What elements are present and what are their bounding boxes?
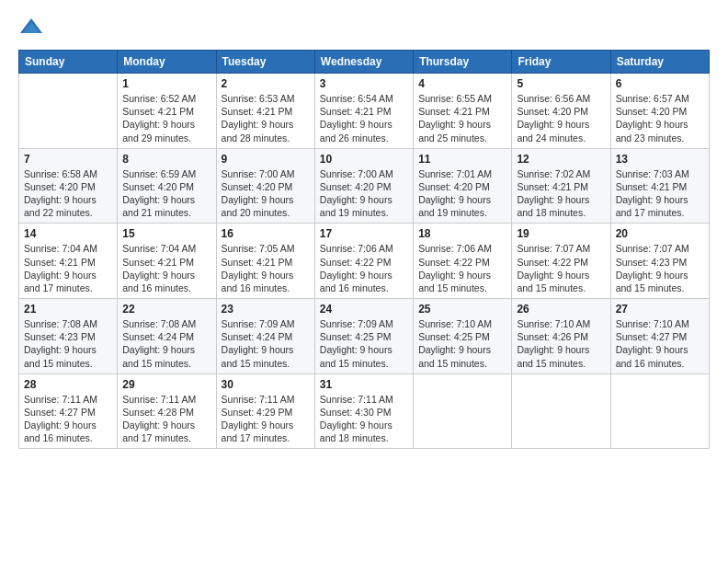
day-info: Sunrise: 7:07 AMSunset: 4:22 PMDaylight:… (517, 242, 605, 294)
calendar-cell: 8Sunrise: 6:59 AMSunset: 4:20 PMDaylight… (118, 148, 216, 224)
day-number: 1 (122, 77, 210, 90)
day-number: 17 (320, 227, 408, 240)
day-info: Sunrise: 7:09 AMSunset: 4:24 PMDaylight:… (222, 317, 310, 370)
day-info: Sunrise: 7:07 AMSunset: 4:23 PMDaylight:… (616, 242, 704, 294)
calendar-cell (610, 373, 709, 449)
weekday-header-wednesday: Wednesday (314, 51, 413, 74)
day-number: 13 (616, 153, 704, 166)
day-number: 31 (320, 378, 408, 391)
day-number: 20 (616, 227, 704, 240)
calendar-cell: 28Sunrise: 7:11 AMSunset: 4:27 PMDayligh… (19, 373, 118, 449)
day-number: 4 (418, 77, 506, 90)
calendar-cell: 25Sunrise: 7:10 AMSunset: 4:25 PMDayligh… (414, 299, 512, 374)
calendar-cell (512, 373, 610, 449)
header (18, 15, 710, 40)
day-number: 5 (517, 77, 605, 90)
day-info: Sunrise: 7:11 AMSunset: 4:29 PMDaylight:… (222, 393, 310, 445)
day-info: Sunrise: 7:06 AMSunset: 4:22 PMDaylight:… (418, 242, 506, 294)
logo-icon (18, 15, 44, 40)
weekday-header-monday: Monday (118, 51, 216, 74)
day-info: Sunrise: 6:58 AMSunset: 4:20 PMDaylight:… (24, 167, 112, 220)
calendar-cell: 1Sunrise: 6:52 AMSunset: 4:21 PMDaylight… (118, 74, 216, 149)
day-info: Sunrise: 7:11 AMSunset: 4:30 PMDaylight:… (320, 393, 408, 445)
day-number: 26 (517, 303, 605, 316)
week-row-5: 28Sunrise: 7:11 AMSunset: 4:27 PMDayligh… (19, 373, 710, 449)
day-info: Sunrise: 7:05 AMSunset: 4:21 PMDaylight:… (222, 242, 310, 294)
calendar-cell: 11Sunrise: 7:01 AMSunset: 4:20 PMDayligh… (414, 148, 512, 224)
weekday-header-saturday: Saturday (610, 51, 709, 74)
calendar-cell: 10Sunrise: 7:00 AMSunset: 4:20 PMDayligh… (314, 148, 413, 224)
calendar-cell: 7Sunrise: 6:58 AMSunset: 4:20 PMDaylight… (19, 148, 118, 224)
day-info: Sunrise: 6:55 AMSunset: 4:21 PMDaylight:… (418, 92, 506, 144)
day-number: 8 (122, 153, 210, 166)
day-number: 24 (320, 303, 408, 316)
day-info: Sunrise: 6:53 AMSunset: 4:21 PMDaylight:… (222, 92, 310, 144)
weekday-header-friday: Friday (512, 51, 610, 74)
day-info: Sunrise: 7:00 AMSunset: 4:20 PMDaylight:… (320, 167, 408, 220)
calendar-cell (414, 373, 512, 449)
calendar-cell: 19Sunrise: 7:07 AMSunset: 4:22 PMDayligh… (512, 224, 610, 299)
day-info: Sunrise: 6:59 AMSunset: 4:20 PMDaylight:… (122, 167, 210, 220)
day-number: 21 (24, 303, 112, 316)
day-number: 23 (222, 303, 310, 316)
calendar-cell: 21Sunrise: 7:08 AMSunset: 4:23 PMDayligh… (19, 299, 118, 374)
day-number: 27 (616, 303, 704, 316)
day-number: 12 (517, 153, 605, 166)
day-number: 19 (517, 227, 605, 240)
page: SundayMondayTuesdayWednesdayThursdayFrid… (0, 0, 728, 563)
day-number: 2 (222, 77, 310, 90)
calendar-cell: 30Sunrise: 7:11 AMSunset: 4:29 PMDayligh… (216, 373, 314, 449)
week-row-3: 14Sunrise: 7:04 AMSunset: 4:21 PMDayligh… (19, 224, 710, 299)
calendar-cell: 26Sunrise: 7:10 AMSunset: 4:26 PMDayligh… (512, 299, 610, 374)
day-number: 30 (222, 378, 310, 391)
day-number: 6 (616, 77, 704, 90)
calendar-cell: 6Sunrise: 6:57 AMSunset: 4:20 PMDaylight… (610, 74, 709, 149)
day-info: Sunrise: 7:10 AMSunset: 4:27 PMDaylight:… (616, 317, 704, 370)
day-number: 16 (222, 227, 310, 240)
day-info: Sunrise: 7:10 AMSunset: 4:26 PMDaylight:… (517, 317, 605, 370)
calendar-cell: 4Sunrise: 6:55 AMSunset: 4:21 PMDaylight… (414, 74, 512, 149)
day-info: Sunrise: 7:08 AMSunset: 4:24 PMDaylight:… (122, 317, 210, 370)
day-number: 11 (418, 153, 506, 166)
calendar-cell: 31Sunrise: 7:11 AMSunset: 4:30 PMDayligh… (314, 373, 413, 449)
calendar-cell: 22Sunrise: 7:08 AMSunset: 4:24 PMDayligh… (118, 299, 216, 374)
day-info: Sunrise: 7:04 AMSunset: 4:21 PMDaylight:… (24, 242, 112, 294)
day-info: Sunrise: 6:54 AMSunset: 4:21 PMDaylight:… (320, 92, 408, 144)
day-number: 25 (418, 303, 506, 316)
day-info: Sunrise: 7:00 AMSunset: 4:20 PMDaylight:… (222, 167, 310, 220)
calendar-cell: 13Sunrise: 7:03 AMSunset: 4:21 PMDayligh… (610, 148, 709, 224)
day-info: Sunrise: 6:56 AMSunset: 4:20 PMDaylight:… (517, 92, 605, 144)
calendar-cell: 29Sunrise: 7:11 AMSunset: 4:28 PMDayligh… (118, 373, 216, 449)
day-info: Sunrise: 7:10 AMSunset: 4:25 PMDaylight:… (418, 317, 506, 370)
day-info: Sunrise: 7:11 AMSunset: 4:27 PMDaylight:… (24, 393, 112, 445)
week-row-1: 1Sunrise: 6:52 AMSunset: 4:21 PMDaylight… (19, 74, 710, 149)
week-row-4: 21Sunrise: 7:08 AMSunset: 4:23 PMDayligh… (19, 299, 710, 374)
calendar-cell: 2Sunrise: 6:53 AMSunset: 4:21 PMDaylight… (216, 74, 314, 149)
day-info: Sunrise: 7:01 AMSunset: 4:20 PMDaylight:… (418, 167, 506, 220)
calendar-cell: 3Sunrise: 6:54 AMSunset: 4:21 PMDaylight… (314, 74, 413, 149)
day-number: 10 (320, 153, 408, 166)
weekday-header-row: SundayMondayTuesdayWednesdayThursdayFrid… (19, 51, 710, 74)
calendar-cell: 23Sunrise: 7:09 AMSunset: 4:24 PMDayligh… (216, 299, 314, 374)
day-number: 7 (24, 153, 112, 166)
day-info: Sunrise: 6:57 AMSunset: 4:20 PMDaylight:… (616, 92, 704, 144)
calendar-cell: 24Sunrise: 7:09 AMSunset: 4:25 PMDayligh… (314, 299, 413, 374)
day-info: Sunrise: 6:52 AMSunset: 4:21 PMDaylight:… (122, 92, 210, 144)
day-number: 28 (24, 378, 112, 391)
calendar-cell: 18Sunrise: 7:06 AMSunset: 4:22 PMDayligh… (414, 224, 512, 299)
day-number: 22 (122, 303, 210, 316)
weekday-header-tuesday: Tuesday (216, 51, 314, 74)
calendar-cell: 15Sunrise: 7:04 AMSunset: 4:21 PMDayligh… (118, 224, 216, 299)
day-info: Sunrise: 7:11 AMSunset: 4:28 PMDaylight:… (122, 393, 210, 445)
week-row-2: 7Sunrise: 6:58 AMSunset: 4:20 PMDaylight… (19, 148, 710, 224)
calendar-cell: 17Sunrise: 7:06 AMSunset: 4:22 PMDayligh… (314, 224, 413, 299)
day-number: 15 (122, 227, 210, 240)
calendar-cell: 27Sunrise: 7:10 AMSunset: 4:27 PMDayligh… (610, 299, 709, 374)
day-number: 29 (122, 378, 210, 391)
day-number: 14 (24, 227, 112, 240)
day-info: Sunrise: 7:06 AMSunset: 4:22 PMDaylight:… (320, 242, 408, 294)
logo (18, 15, 48, 40)
calendar-cell: 12Sunrise: 7:02 AMSunset: 4:21 PMDayligh… (512, 148, 610, 224)
day-number: 18 (418, 227, 506, 240)
weekday-header-thursday: Thursday (414, 51, 512, 74)
